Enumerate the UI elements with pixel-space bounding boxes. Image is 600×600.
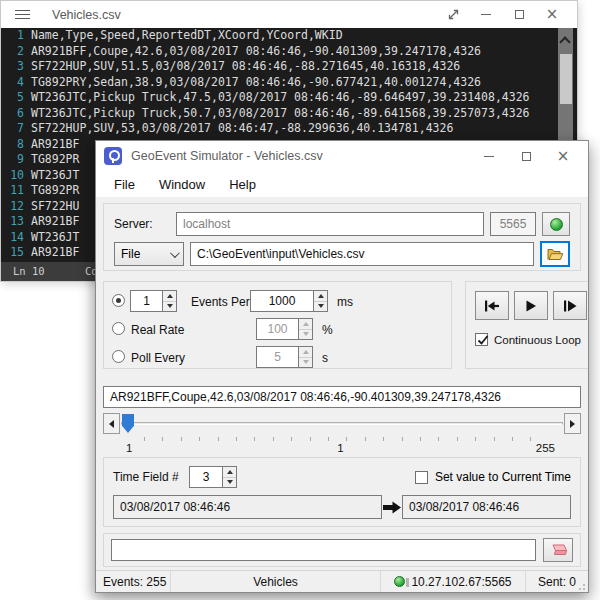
csv-titlebar: Vehicles.csv × (1, 1, 577, 28)
spin-up-icon[interactable] (163, 291, 176, 301)
spin-down-icon (299, 329, 312, 340)
time-field-label: Time Field # (113, 470, 189, 484)
continuous-loop-label: Continuous Loop (494, 334, 581, 346)
interval-spinner[interactable]: 1000 (250, 290, 328, 312)
csv-line: 6WT236JTC,Pickup Truck,50.7,03/08/2017 0… (1, 106, 577, 122)
line-number: 15 (1, 245, 31, 261)
menu-window[interactable]: Window (159, 177, 205, 192)
expand-icon[interactable] (444, 6, 462, 24)
line-number: 12 (1, 199, 31, 215)
scrollbar-thumb[interactable] (560, 54, 572, 104)
transfer-arrow-icon (382, 501, 402, 514)
play-icon (525, 300, 537, 312)
file-path-input[interactable] (190, 242, 534, 266)
line-text: TG892PR (31, 183, 79, 199)
line-text: WT236JT (31, 168, 79, 184)
real-rate-unit-label: % (322, 323, 333, 337)
slider-ticks (144, 435, 536, 442)
csv-line: 5WT236JTC,Pickup Truck,47.5,03/08/2017 0… (1, 90, 577, 106)
events-count-spinner[interactable]: 1 (130, 290, 177, 312)
time-to-field[interactable] (402, 495, 571, 519)
browse-file-button[interactable] (540, 241, 570, 267)
server-host-input[interactable] (176, 212, 484, 236)
skip-to-start-button[interactable] (475, 291, 509, 320)
line-number: 7 (1, 121, 31, 137)
minimize-button[interactable] (480, 147, 498, 165)
spin-up-icon[interactable] (314, 291, 327, 301)
real-rate-radio[interactable] (112, 322, 125, 335)
maximize-button[interactable] (510, 6, 528, 24)
line-number: 1 (1, 28, 31, 44)
menubar: File Window Help (96, 171, 588, 197)
line-number: 3 (1, 59, 31, 75)
set-current-time-checkbox[interactable] (415, 471, 428, 484)
close-button[interactable]: × (543, 6, 561, 24)
sim-statusbar: Events: 255 Vehicles 10.27.102.67:5565 S… (96, 570, 588, 592)
line-text: SF722HUP,SUV,53,03/08/2017 08:46:47,-88.… (31, 121, 453, 137)
line-number: 6 (1, 106, 31, 122)
slider-track[interactable] (121, 422, 563, 425)
spin-down-icon[interactable] (223, 477, 236, 488)
poll-unit-label: s (322, 351, 328, 365)
resize-grip[interactable] (576, 580, 586, 590)
scroll-up-icon[interactable] (561, 36, 569, 44)
play-button[interactable] (514, 291, 548, 320)
line-number: 8 (1, 137, 31, 153)
time-from-field[interactable] (113, 495, 382, 519)
step-button[interactable] (553, 291, 587, 320)
spin-up-icon[interactable] (223, 467, 236, 477)
line-text: SF722HUP,SUV,51.5,03/08/2017 08:46:46,-8… (31, 59, 460, 75)
clear-button[interactable] (543, 538, 573, 562)
close-button[interactable]: × (554, 147, 572, 165)
events-per-radio[interactable] (112, 294, 125, 307)
line-number: 4 (1, 75, 31, 91)
events-per-label: Events Per (191, 295, 250, 309)
csv-line: 3SF722HUP,SUV,51.5,03/08/2017 08:46:46,-… (1, 59, 577, 75)
slider-min-label: 1 (126, 442, 132, 454)
line-text: TG892PRY,Sedan,38.9,03/08/2017 08:46:46,… (31, 75, 481, 91)
maximize-button[interactable] (517, 147, 535, 165)
time-field-spinner[interactable]: 3 (189, 466, 237, 488)
check-icon (476, 333, 490, 347)
poll-every-radio[interactable] (112, 350, 125, 363)
continuous-loop-checkbox[interactable] (475, 333, 488, 346)
server-port-input[interactable] (490, 212, 536, 236)
line-text: SF722HU (31, 199, 79, 215)
connect-button[interactable] (542, 212, 570, 236)
current-event-field[interactable]: AR921BFF,Coupe,42.6,03/08/2017 08:46:46,… (103, 386, 581, 408)
connection-green-icon (394, 576, 405, 587)
csv-line: 7SF722HUP,SUV,53,03/08/2017 08:46:47,-88… (1, 121, 577, 137)
real-rate-value: 100 (257, 319, 298, 339)
menu-file[interactable]: File (114, 177, 135, 192)
desktop: Vehicles.csv × 1Name,Type,Speed,Reported… (0, 0, 600, 600)
csv-window-title: Vehicles.csv (52, 8, 121, 22)
step-icon (563, 300, 577, 312)
line-number: 13 (1, 214, 31, 230)
interval-unit-label: ms (337, 295, 353, 309)
message-field[interactable] (111, 539, 536, 561)
slider-thumb[interactable] (122, 414, 134, 433)
slider-left-arrow[interactable] (103, 413, 120, 434)
spin-down-icon[interactable] (163, 301, 176, 312)
time-field-value: 3 (190, 467, 222, 487)
server-label: Server: (114, 217, 170, 231)
real-rate-label: Real Rate (131, 323, 184, 337)
connection-status-cell: 10.27.102.67:5565 (381, 571, 526, 592)
hamburger-icon[interactable] (15, 7, 30, 22)
line-text: TG892PR (31, 152, 79, 168)
minimize-button[interactable] (477, 6, 495, 24)
server-address-status: 10.27.102.67:5565 (411, 575, 511, 589)
layer-name-status: Vehicles (171, 571, 381, 592)
line-number: 9 (1, 152, 31, 168)
eraser-icon (548, 543, 568, 557)
source-type-select[interactable]: File (114, 242, 184, 266)
spin-down-icon[interactable] (314, 301, 327, 312)
spin-up-icon (299, 319, 312, 329)
menu-help[interactable]: Help (229, 177, 256, 192)
connection-status-icon (550, 218, 563, 231)
slider-right-arrow[interactable] (564, 413, 581, 434)
line-indicator: Ln 10 (13, 262, 45, 281)
event-position-slider[interactable] (103, 413, 581, 434)
spin-up-icon (299, 347, 312, 357)
source-type-value: File (121, 247, 140, 261)
